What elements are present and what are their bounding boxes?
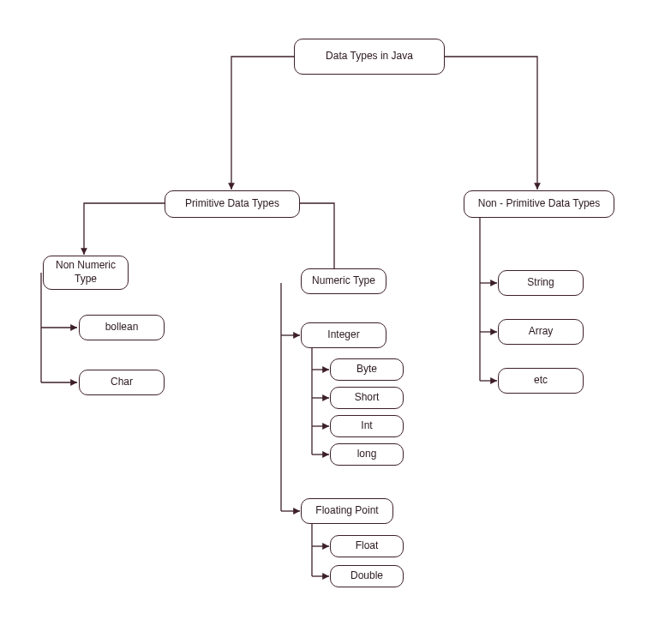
node-nonnumeric: Non Numeric Type xyxy=(43,256,129,290)
node-array: Array xyxy=(498,319,584,345)
node-etc: etc xyxy=(498,368,584,394)
node-floating: Floating Point xyxy=(301,498,393,524)
node-long: long xyxy=(330,443,404,466)
label-etc: etc xyxy=(534,374,548,388)
label-nonnumeric: Non Numeric Type xyxy=(51,259,121,286)
label-integer: Integer xyxy=(327,328,359,342)
label-byte: Byte xyxy=(356,363,377,376)
node-root: Data Types in Java xyxy=(294,39,445,75)
label-root: Data Types in Java xyxy=(326,50,413,63)
node-double: Double xyxy=(330,565,404,587)
label-floating: Floating Point xyxy=(315,504,378,518)
label-double: Double xyxy=(350,569,383,583)
node-char: Char xyxy=(79,370,165,395)
label-short: Short xyxy=(355,391,380,405)
label-float: Float xyxy=(356,539,379,553)
label-nonprimitive: Non - Primitive Data Types xyxy=(478,197,601,211)
label-char: Char xyxy=(111,376,133,389)
node-integer: Integer xyxy=(301,322,386,348)
label-int: Int xyxy=(361,419,372,433)
label-array: Array xyxy=(529,325,554,339)
node-numeric: Numeric Type xyxy=(301,268,386,294)
label-primitive: Primitive Data Types xyxy=(185,197,279,211)
node-nonprimitive: Non - Primitive Data Types xyxy=(464,190,614,218)
node-boolean: bollean xyxy=(79,315,165,340)
node-int: Int xyxy=(330,415,404,437)
node-float: Float xyxy=(330,535,404,557)
label-long: long xyxy=(357,448,377,461)
label-string: String xyxy=(527,276,554,290)
label-boolean: bollean xyxy=(105,321,139,334)
node-byte: Byte xyxy=(330,358,404,381)
node-primitive: Primitive Data Types xyxy=(165,190,300,218)
node-short: Short xyxy=(330,387,404,409)
node-string: String xyxy=(498,270,584,296)
label-numeric: Numeric Type xyxy=(312,274,375,288)
